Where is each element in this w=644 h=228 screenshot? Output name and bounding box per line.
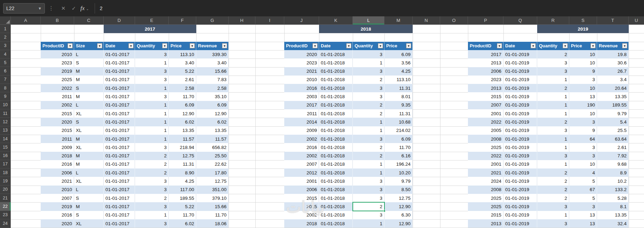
cell-M12[interactable]: 10.68 — [384, 118, 413, 126]
cell-G19[interactable]: 12.75 — [196, 177, 229, 185]
cell-K14[interactable]: 01-01-2018 — [319, 135, 353, 143]
cell-C22[interactable]: M — [74, 202, 104, 211]
filter-dropdown-icon[interactable]: ▼ — [622, 43, 627, 48]
cell-K13[interactable]: 01-01-2018 — [319, 126, 353, 135]
cell-D8[interactable]: 01-01-2017 — [104, 84, 135, 92]
cell-Q15[interactable]: 01-01-2019 — [503, 143, 537, 151]
cell-P14[interactable]: 2008 — [468, 135, 503, 143]
cell-B7[interactable]: 2025 — [41, 76, 74, 84]
cell-R14[interactable]: 1 — [537, 135, 569, 143]
cell-R21[interactable]: 2 — [537, 194, 569, 202]
cell-R7[interactable]: 1 — [537, 76, 569, 84]
cell-T14[interactable]: 63.64 — [597, 135, 629, 143]
cell-E19[interactable]: 3 — [135, 177, 169, 185]
table-header-date[interactable]: Date▼ — [104, 42, 135, 50]
cell-P12[interactable]: 2022 — [468, 118, 503, 126]
cell-E5[interactable]: 1 — [135, 58, 169, 67]
cell-Q11[interactable]: 01-01-2019 — [503, 109, 537, 118]
cell-F16[interactable]: 12.75 — [169, 152, 196, 160]
cell-T16[interactable]: 7.92 — [597, 152, 629, 160]
cell-K19[interactable]: 01-01-2018 — [319, 177, 353, 185]
cell-D6[interactable]: 01-01-2017 — [104, 67, 135, 76]
cell-Q12[interactable]: 01-01-2019 — [503, 118, 537, 126]
enter-icon[interactable]: ✓ — [69, 5, 79, 11]
cell-D17[interactable]: 01-01-2017 — [104, 160, 135, 168]
cell-T12[interactable]: 5.4 — [597, 118, 629, 126]
cell-B16[interactable]: 2018 — [41, 152, 74, 160]
cell-Q19[interactable]: 01-01-2019 — [503, 177, 537, 185]
cell-E6[interactable]: 3 — [135, 67, 169, 76]
cell-K12[interactable]: 01-01-2018 — [319, 118, 353, 126]
filter-dropdown-icon[interactable]: ▼ — [378, 43, 383, 48]
cell-T11[interactable]: 9.79 — [597, 109, 629, 118]
cell-D24[interactable]: 01-01-2017 — [104, 219, 135, 228]
cell-R10[interactable]: 1 — [537, 101, 569, 109]
cell-E14[interactable]: 1 — [135, 135, 169, 143]
cell-M23[interactable]: 6.30 — [384, 211, 413, 219]
cell-E8[interactable]: 1 — [135, 84, 169, 92]
cell-S21[interactable]: 5 — [569, 194, 597, 202]
cell-T5[interactable]: 30.6 — [597, 58, 629, 67]
column-header-H[interactable]: H — [229, 16, 255, 25]
cell-S13[interactable]: 9 — [569, 126, 597, 135]
cell-L12[interactable]: 1 — [353, 118, 384, 126]
cell-P10[interactable]: 2007 — [468, 101, 503, 109]
cell-R16[interactable]: 3 — [537, 152, 569, 160]
cell-J12[interactable]: 2014 — [284, 118, 319, 126]
cell-D9[interactable]: 01-01-2017 — [104, 92, 135, 101]
cell-M5[interactable]: 3.56 — [384, 58, 413, 67]
column-header-S[interactable]: S — [569, 16, 597, 25]
row-header-1[interactable]: 1 — [0, 25, 11, 33]
cell-Q9[interactable]: 01-01-2019 — [503, 92, 537, 101]
cell-F10[interactable]: 6.09 — [169, 101, 196, 109]
cell-S6[interactable]: 9 — [569, 67, 597, 76]
column-header-D[interactable]: D — [104, 16, 135, 25]
row-header-4[interactable]: 4 — [0, 50, 11, 58]
cell-R18[interactable]: 2 — [537, 168, 569, 177]
cell-L8[interactable]: 3 — [353, 84, 384, 92]
cell-F23[interactable]: 11.70 — [169, 211, 196, 219]
row-header-2[interactable]: 2 — [0, 33, 11, 41]
filter-dropdown-icon[interactable]: ▼ — [67, 43, 73, 48]
cell-S23[interactable]: 13 — [569, 211, 597, 219]
cell-G23[interactable]: 11.70 — [196, 211, 229, 219]
table-header-price[interactable]: Price▼ — [384, 42, 413, 50]
cell-G12[interactable]: 6.02 — [196, 118, 229, 126]
cell-D5[interactable]: 01-01-2017 — [104, 58, 135, 67]
cell-J23[interactable]: 2002 — [284, 211, 319, 219]
cell-F4[interactable]: 113.10 — [169, 50, 196, 58]
cell-F18[interactable]: 8.90 — [169, 168, 196, 177]
cell-R9[interactable]: 1 — [537, 92, 569, 101]
cell-M20[interactable]: 8.50 — [384, 186, 413, 194]
cell-B15[interactable]: 2009 — [41, 143, 74, 151]
cell-J20[interactable]: 2006 — [284, 186, 319, 194]
cell-F14[interactable]: 11.57 — [169, 135, 196, 143]
cell-L21[interactable]: 3 — [353, 194, 384, 202]
cell-C6[interactable]: M — [74, 67, 104, 76]
cell-C13[interactable]: XL — [74, 126, 104, 135]
cell-F12[interactable]: 6.02 — [169, 118, 196, 126]
cell-D12[interactable]: 01-01-2017 — [104, 118, 135, 126]
cell-C7[interactable]: M — [74, 76, 104, 84]
cell-M16[interactable]: 6.16 — [384, 152, 413, 160]
row-header-21[interactable]: 21 — [0, 194, 11, 202]
cell-B8[interactable]: 2022 — [41, 84, 74, 92]
row-header-19[interactable]: 19 — [0, 177, 11, 185]
cell-K17[interactable]: 01-01-2018 — [319, 160, 353, 168]
cell-G16[interactable]: 25.50 — [196, 152, 229, 160]
row-header-18[interactable]: 18 — [0, 168, 11, 177]
row-header-8[interactable]: 8 — [0, 84, 11, 92]
cell-P20[interactable]: 2008 — [468, 186, 503, 194]
cell-T15[interactable]: 2.61 — [597, 143, 629, 151]
cell-D15[interactable]: 01-01-2017 — [104, 143, 135, 151]
cell-Q23[interactable]: 01-01-2019 — [503, 211, 537, 219]
cell-B12[interactable]: 2020 — [41, 118, 74, 126]
cell-P7[interactable]: 2023 — [468, 76, 503, 84]
cell-E11[interactable]: 1 — [135, 109, 169, 118]
cell-G7[interactable]: 7.83 — [196, 76, 229, 84]
filter-dropdown-icon[interactable]: ▼ — [563, 43, 568, 48]
cell-L24[interactable]: 1 — [353, 219, 384, 228]
cell-B24[interactable]: 2020 — [41, 219, 74, 228]
cell-C5[interactable]: S — [74, 58, 104, 67]
cell-E15[interactable]: 3 — [135, 143, 169, 151]
